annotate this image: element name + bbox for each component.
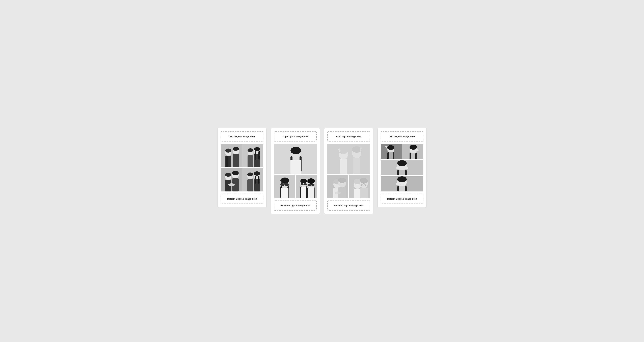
- bottom-logo-area-1: Bottom Logo & Image area: [221, 194, 263, 204]
- photo-cell-3-1: [327, 144, 370, 174]
- svg-point-67: [308, 178, 315, 184]
- svg-point-59: [300, 179, 307, 184]
- svg-point-28: [247, 172, 253, 176]
- svg-rect-99: [360, 188, 368, 198]
- svg-rect-60: [301, 184, 304, 185]
- photo-cell-2-1: [274, 144, 317, 174]
- top-logo-area-4: Top Logo & Image area: [381, 132, 423, 142]
- svg-point-92: [335, 192, 341, 194]
- svg-point-104: [388, 145, 394, 150]
- svg-rect-82: [353, 158, 360, 174]
- svg-point-11: [248, 148, 253, 152]
- svg-rect-53: [284, 184, 285, 185]
- svg-point-20: [225, 173, 231, 177]
- svg-rect-10: [248, 155, 253, 167]
- svg-point-111: [410, 145, 417, 150]
- svg-point-6: [225, 148, 231, 152]
- svg-rect-27: [247, 180, 253, 192]
- svg-point-122: [396, 166, 400, 170]
- top-logo-area-1: Top Logo & Image area: [221, 132, 263, 142]
- svg-rect-128: [397, 186, 399, 192]
- photo-cell-4-3: [381, 176, 423, 192]
- photo-cell-3-2: [327, 175, 348, 198]
- svg-rect-52: [285, 184, 289, 186]
- svg-point-31: [254, 171, 260, 176]
- svg-rect-65: [301, 187, 306, 198]
- svg-point-98: [360, 178, 368, 184]
- svg-point-24: [228, 184, 235, 186]
- svg-rect-120: [397, 170, 399, 175]
- svg-rect-5: [232, 154, 239, 167]
- svg-rect-106: [388, 152, 389, 159]
- photo-card-3: Top Logo & Image area: [324, 128, 373, 214]
- svg-rect-74: [327, 144, 370, 174]
- svg-point-130: [396, 182, 400, 186]
- svg-rect-32: [255, 176, 256, 184]
- bottom-logo-area-2: Bottom Logo & Image area: [274, 200, 317, 210]
- images-grid-4: [381, 144, 423, 192]
- svg-point-7: [232, 147, 239, 151]
- svg-point-45: [290, 147, 301, 154]
- svg-rect-69: [312, 184, 314, 186]
- svg-rect-3: [226, 156, 228, 167]
- svg-rect-62: [304, 184, 304, 184]
- photo-cell-2-2: [274, 175, 295, 198]
- photo-cell-4-2: [381, 160, 423, 175]
- svg-rect-70: [311, 184, 312, 185]
- svg-point-23: [232, 171, 239, 175]
- svg-rect-51: [280, 184, 284, 186]
- photo-cell-1-3: [221, 168, 242, 192]
- svg-rect-42: [300, 158, 302, 159]
- svg-point-115: [415, 149, 418, 152]
- svg-point-47: [295, 158, 297, 160]
- svg-rect-61: [304, 184, 307, 185]
- svg-rect-107: [393, 152, 394, 159]
- svg-point-90: [338, 178, 346, 183]
- svg-rect-114: [416, 153, 417, 159]
- svg-point-118: [397, 160, 407, 166]
- svg-rect-73: [308, 188, 314, 198]
- svg-rect-129: [405, 186, 407, 192]
- svg-rect-68: [308, 184, 311, 186]
- photo-cell-2-3: [296, 175, 317, 198]
- svg-rect-15: [255, 151, 256, 160]
- photo-cell-4-1: [381, 144, 423, 159]
- images-grid-1: [221, 144, 263, 192]
- svg-rect-113: [410, 153, 411, 159]
- svg-point-50: [280, 178, 289, 184]
- top-logo-area-2: Top Logo & Image area: [274, 132, 317, 142]
- photo-card-1: Top Logo & Image area: [218, 128, 266, 207]
- svg-rect-77: [340, 159, 347, 174]
- svg-point-14: [254, 147, 260, 151]
- photo-cell-1-1: [221, 144, 242, 167]
- bottom-logo-area-4: Bottom Logo & Image area: [381, 194, 423, 204]
- images-grid-3: [327, 144, 370, 198]
- photo-cell-1-4: [242, 168, 263, 192]
- svg-rect-121: [405, 170, 407, 175]
- page-container: Top Logo & Image area: [218, 128, 426, 214]
- photo-cell-3-3: [349, 175, 370, 198]
- bottom-logo-area-3: Bottom Logo & Image area: [327, 200, 370, 210]
- photo-card-2: Top Logo & Image area: [271, 128, 320, 214]
- photo-cell-1-2: [242, 144, 263, 167]
- svg-rect-46: [290, 160, 301, 174]
- svg-rect-56: [281, 188, 288, 198]
- svg-rect-39: [290, 158, 292, 159]
- svg-point-126: [397, 176, 407, 182]
- images-grid-2: [274, 144, 317, 198]
- svg-rect-16: [258, 151, 260, 160]
- top-logo-area-3: Top Logo & Image area: [327, 132, 370, 142]
- svg-rect-33: [258, 176, 260, 184]
- svg-point-123: [404, 166, 408, 170]
- svg-point-81: [352, 146, 362, 153]
- photo-card-4: Top Logo & Image area: [378, 128, 426, 207]
